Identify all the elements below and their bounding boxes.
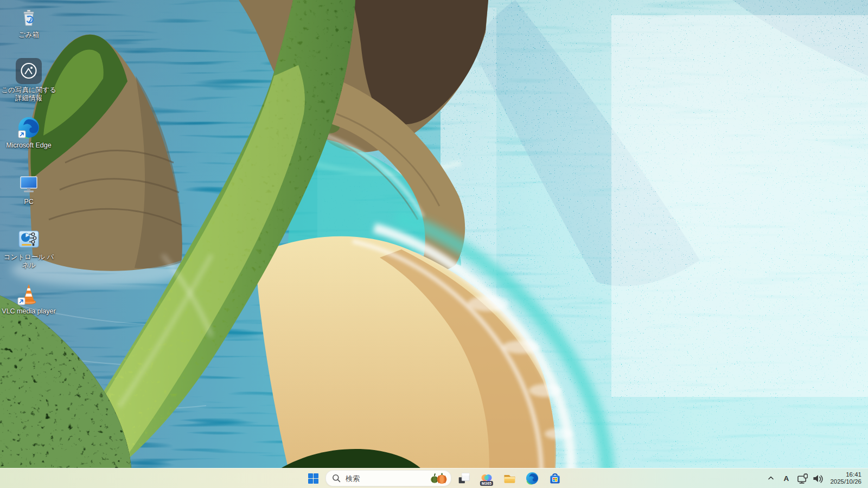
desktop-icon-label: コントロール パネル	[1, 253, 57, 269]
file-explorer-icon	[502, 471, 516, 485]
desktop-icon-label: PC	[24, 198, 33, 206]
search-box[interactable]	[326, 470, 451, 486]
desktop: ごみ箱 この写真に関する詳細情報	[0, 0, 868, 488]
desktop-icon-label: VLC media player	[2, 307, 55, 316]
start-button[interactable]	[303, 470, 323, 486]
microsoft-store-icon	[548, 471, 562, 485]
pc-icon	[17, 172, 41, 196]
desktop-icon-label: ごみ箱	[18, 31, 39, 39]
desktop-icon-pc[interactable]: PC	[0, 172, 58, 206]
taskbar-pinned-edge[interactable]	[522, 470, 542, 486]
network-volume-button[interactable]	[794, 470, 826, 486]
vlc-icon	[16, 281, 41, 306]
tray-overflow-button[interactable]	[764, 470, 778, 486]
edge-icon	[16, 115, 41, 140]
edge-taskbar-icon	[525, 471, 539, 485]
m365-badge: M365	[480, 481, 493, 486]
clock-date: 2025/10/26	[830, 478, 861, 486]
volume-icon	[812, 473, 824, 484]
recycle-bin-icon	[17, 5, 41, 29]
wallpaper	[0, 0, 868, 488]
taskbar-pinned-file-explorer[interactable]	[499, 470, 520, 486]
taskbar: M365	[0, 468, 868, 488]
desktop-icon-label: この写真に関する詳細情報	[1, 86, 57, 102]
taskbar-pinned-store[interactable]	[545, 470, 565, 486]
ime-mode-label: A	[781, 474, 791, 483]
windows-logo-icon	[308, 473, 318, 484]
desktop-icon-label: Microsoft Edge	[6, 142, 51, 150]
clock-time: 16:41	[846, 471, 861, 479]
search-icon	[332, 474, 341, 483]
control-panel-icon	[16, 227, 41, 252]
chevron-up-icon	[767, 474, 775, 483]
photo-info-icon	[15, 57, 42, 85]
desktop-icon-microsoft-edge[interactable]: Microsoft Edge	[0, 115, 58, 150]
ime-mode-button[interactable]: A	[778, 470, 794, 486]
pumpkin-search-highlight-icon	[430, 472, 448, 484]
taskbar-pinned-m365-copilot[interactable]: M365	[476, 470, 497, 486]
desktop-icon-photo-info[interactable]: この写真に関する詳細情報	[0, 57, 58, 102]
network-icon	[797, 473, 808, 484]
desktop-icon-control-panel[interactable]: コントロール パネル	[0, 227, 58, 269]
search-input[interactable]	[344, 474, 426, 483]
system-tray: A 16:41 2025/10/26	[764, 468, 865, 488]
desktop-icon-vlc[interactable]: VLC media player	[0, 281, 58, 316]
clock[interactable]: 16:41 2025/10/26	[827, 470, 865, 486]
desktop-icon-recycle-bin[interactable]: ごみ箱	[0, 5, 58, 39]
taskbar-pinned-window-app[interactable]	[454, 470, 474, 486]
window-stack-icon	[457, 471, 471, 485]
